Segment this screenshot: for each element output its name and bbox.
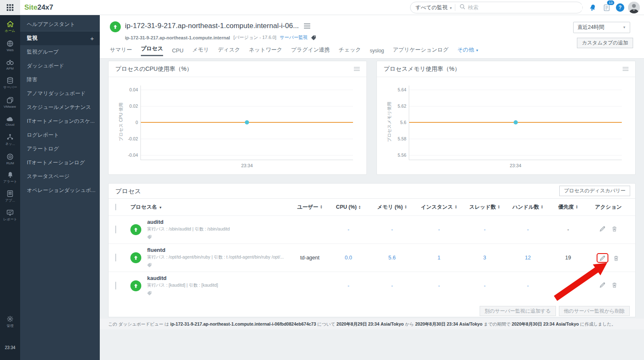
menu-item-help-assistant[interactable]: ヘルプアシスタント [20,18,100,31]
alerts-bell-button[interactable] [587,2,598,13]
tab-check[interactable]: チェック [339,46,361,56]
menu-item-alert-log[interactable]: アラートログ [20,142,100,156]
column-priority[interactable]: 優先度▲▼ [549,204,587,211]
cell-memory[interactable]: 5.6 [369,255,415,261]
menu-item-status-page[interactable]: ステータスページ [20,170,100,184]
cell-cpu[interactable]: 0.0 [328,255,369,261]
sidebar-item-report[interactable]: レポート [0,206,20,225]
cell-instances[interactable]: 1 [415,255,462,261]
edit-process-button[interactable] [600,255,605,261]
tab-cpu[interactable]: CPU [172,47,183,56]
tab-summary[interactable]: サマリー [110,46,132,56]
cell-cpu[interactable]: - [328,283,369,289]
add-to-other-server-button[interactable]: 別のサーバー監視に追加する [480,306,556,316]
column-threads[interactable]: スレッド数▲▼ [462,204,507,211]
tab-memory[interactable]: メモリ [192,46,209,56]
cell-handles[interactable]: - [507,227,549,233]
delete-process-button[interactable] [612,282,617,288]
edit-process-button[interactable] [600,282,605,288]
tab-syslog[interactable]: syslog [370,48,384,56]
sidebar-item-web[interactable]: Web [0,36,20,55]
data-point[interactable] [514,120,518,124]
row-checkbox[interactable] [115,282,116,290]
row-checkbox[interactable] [115,254,116,262]
memory-chart-plot[interactable]: 5.64 5.62 5.6 5.58 5.56 23:34 [409,85,622,160]
sidebar-item-apm[interactable]: APM [0,55,20,74]
column-user[interactable]: ユーザー▲▼ [291,204,328,211]
tab-network[interactable]: ネットワーク [249,46,283,56]
menu-item-outages[interactable]: 障害 [20,73,100,87]
delete-process-button[interactable] [612,226,617,232]
tab-process[interactable]: プロセス [141,45,163,56]
user-avatar[interactable] [628,2,640,13]
edit-process-button[interactable] [600,226,605,232]
sidebar-item-server[interactable]: サーバー [0,74,20,93]
menu-item-schedule-maintenance[interactable]: スケジュールメンテナンス [20,101,100,114]
sidebar-item-home[interactable]: ホーム [0,18,20,36]
cell-handles[interactable]: 12 [507,255,549,261]
column-cpu[interactable]: CPU (%)▲▼ [328,204,369,210]
sidebar-item-rum[interactable]: RUM [0,150,20,168]
tag-icon[interactable] [147,263,152,267]
cell-threads[interactable]: 3 [462,255,507,261]
delete-process-button[interactable] [613,255,619,261]
sidebar-item-cloud[interactable]: Cloud [0,112,20,131]
menu-item-anomaly-dashboard[interactable]: アノマリダッシュボード [20,87,100,101]
cell-threads[interactable]: - [462,283,507,289]
cell-memory[interactable]: - [369,283,415,289]
time-range-dropdown[interactable]: 直近24時間▼ [573,22,630,33]
tab-plugin[interactable]: プラグイン連携 [291,46,330,56]
menu-item-monitors[interactable]: 監視+ [20,31,100,45]
sidebar-item-network[interactable]: ネッ... [0,131,20,150]
cell-threads[interactable]: - [462,227,507,233]
column-process-name[interactable]: プロセス名▼ [130,204,291,211]
monitor-type-link[interactable]: サーバー監視 [280,34,308,41]
sidebar-item-admin[interactable]: 管理 [0,313,20,332]
cell-cpu[interactable]: - [328,227,369,233]
sidebar-item-app[interactable]: アプ... [0,187,20,206]
remove-from-other-server-button[interactable]: 他のサーバー監視から削除 [559,306,630,316]
menu-item-dashboards[interactable]: ダッシュボード [20,59,100,73]
cpu-chart-plot[interactable]: 0.04 0.02 0 -0.02 -0.04 23:34 [140,85,353,160]
process-discovery-button[interactable]: プロセスのディスカバリー [559,186,630,196]
column-memory[interactable]: メモリ (%)▲▼ [369,204,415,211]
tag-icon[interactable] [311,35,316,40]
select-all-checkbox[interactable] [115,204,116,210]
sidebar-item-vmware[interactable]: VMware [0,93,20,112]
cell-memory[interactable]: - [369,227,415,233]
tab-app-log[interactable]: アプリケーションログ [393,46,449,56]
cell-instances[interactable]: - [415,283,462,289]
search-scope-dropdown[interactable]: すべての監視▼ [410,4,455,11]
tag-icon[interactable] [147,235,152,239]
chart-title: プロセスのCPU使用率（%） [115,65,192,73]
row-checkbox[interactable] [115,225,116,233]
process-name[interactable]: fluentd [147,247,284,253]
column-instances[interactable]: インスタンス▲▼ [415,204,462,211]
tag-icon[interactable] [147,291,152,295]
add-custom-tab-button[interactable]: カスタムタブの追加 [577,38,633,48]
chart-menu-icon[interactable] [623,67,628,71]
site24x7-logo[interactable]: Site24x7 [24,3,53,12]
search-input[interactable] [468,5,582,10]
monitor-menu-icon[interactable] [304,23,310,28]
chart-menu-icon[interactable] [354,67,360,71]
menu-item-it-automation-log[interactable]: ITオートメーションログ [20,156,100,170]
app-grid-button[interactable] [0,0,20,15]
tab-disk[interactable]: ディスク [218,46,240,56]
announcements-button[interactable]: 13 [601,2,612,13]
column-handles[interactable]: ハンドル数▲▼ [507,204,549,211]
menu-item-it-automation-schedule[interactable]: ITオートメーションのスケ... [20,114,100,128]
monitor-subtitle: ip-172-31-9-217.ap-northeast-1.compute.i… [125,34,316,41]
menu-item-operations-dashboard[interactable]: オペレーションダッシュボ... [20,184,100,197]
cell-handles[interactable]: - [507,283,549,289]
help-button[interactable]: ? [615,2,626,13]
data-point[interactable] [245,120,249,124]
tab-more[interactable]: その他 ▼ [457,46,479,56]
add-monitor-button[interactable]: + [90,31,94,45]
sidebar-item-alert[interactable]: アラート [0,168,20,187]
process-name[interactable]: kauditd [147,275,218,281]
menu-item-monitor-groups[interactable]: 監視グループ [20,45,100,59]
process-name[interactable]: auditd [147,219,230,225]
cell-instances[interactable]: - [415,227,462,233]
menu-item-log-report[interactable]: ログレポート [20,128,100,142]
